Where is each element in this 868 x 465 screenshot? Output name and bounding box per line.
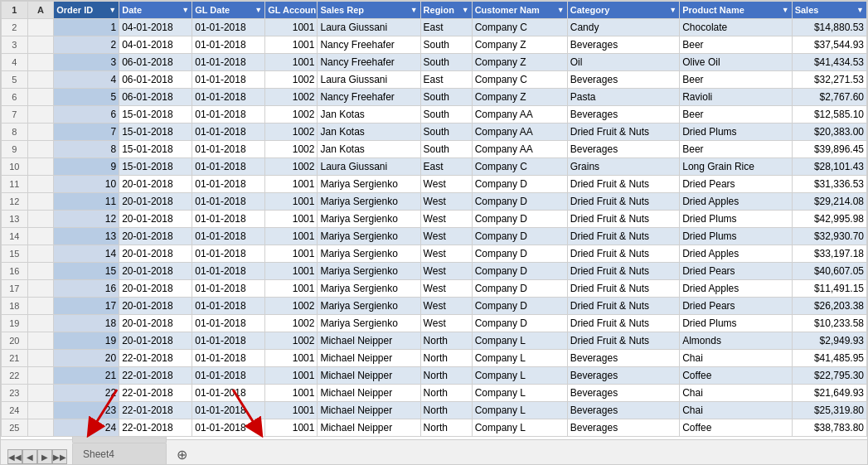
cell-h[interactable]: Company L	[472, 419, 567, 437]
cell-g[interactable]: East	[420, 158, 472, 176]
cell-b[interactable]: 23	[54, 402, 119, 419]
cell-h[interactable]: Company D	[472, 280, 567, 298]
cell-h[interactable]: Company D	[472, 245, 567, 263]
cell-b[interactable]: 21	[54, 367, 119, 385]
cell-i[interactable]: Beverages	[567, 106, 679, 124]
dropdown-arrow-icon[interactable]: ▼	[109, 2, 116, 17]
cell-e[interactable]: 1002	[265, 141, 318, 158]
cell-c[interactable]: 20-01-2018	[119, 176, 192, 193]
cell-g[interactable]: East	[420, 71, 472, 89]
cell-j[interactable]: Dried Pears	[680, 298, 792, 315]
cell-e[interactable]: 1002	[265, 332, 318, 350]
cell-j[interactable]: Almonds	[680, 332, 792, 350]
cell-i[interactable]: Beverages	[567, 402, 679, 419]
cell-f[interactable]: Mariya Sergienko	[318, 315, 420, 332]
cell-j[interactable]: Dried Plums	[680, 228, 792, 245]
cell-c[interactable]: 15-01-2018	[119, 106, 192, 124]
cell-b[interactable]: 12	[54, 211, 119, 228]
cell-e[interactable]: 1001	[265, 263, 318, 280]
cell-i[interactable]: Dried Fruit & Nuts	[567, 193, 679, 211]
cell-k[interactable]: $10,233.58	[792, 315, 866, 332]
cell-h[interactable]: Company Z	[472, 54, 567, 71]
cell-b[interactable]: 6	[54, 106, 119, 124]
cell-d[interactable]: 01-01-2018	[192, 193, 265, 211]
cell-c[interactable]: 22-01-2018	[119, 350, 192, 367]
cell-k[interactable]: $40,607.05	[792, 263, 866, 280]
cell-f[interactable]: Jan Kotas	[318, 141, 420, 158]
cell-j[interactable]: Dried Plums	[680, 124, 792, 141]
cell-h[interactable]: Company C	[472, 158, 567, 176]
dropdown-arrow-icon[interactable]: ▼	[410, 2, 418, 17]
cell-e[interactable]: 1001	[265, 228, 318, 245]
cell-c[interactable]: 22-01-2018	[119, 367, 192, 385]
cell-f[interactable]: Nancy Freehafer	[318, 54, 420, 71]
cell-j[interactable]: Dried Apples	[680, 193, 792, 211]
dropdown-arrow-icon[interactable]: ▼	[782, 2, 789, 17]
sheet-tab-4[interactable]: Sheet4	[72, 443, 167, 464]
cell-h[interactable]: Company AA	[472, 106, 567, 124]
tab-navigation[interactable]: ◀◀ ◀ ▶ ▶▶	[7, 449, 67, 464]
col-header-gl-date[interactable]: GL Date▼	[192, 2, 265, 19]
cell-c[interactable]: 20-01-2018	[119, 332, 192, 350]
cell-k[interactable]: $41,434.53	[792, 54, 866, 71]
cell-e[interactable]: 1001	[265, 402, 318, 419]
cell-f[interactable]: Michael Neipper	[318, 385, 420, 402]
cell-f[interactable]: Michael Neipper	[318, 402, 420, 419]
cell-g[interactable]: West	[420, 298, 472, 315]
cell-j[interactable]: Beer	[680, 141, 792, 158]
cell-g[interactable]: West	[420, 176, 472, 193]
cell-j[interactable]: Coffee	[680, 419, 792, 437]
cell-d[interactable]: 01-01-2018	[192, 263, 265, 280]
cell-d[interactable]: 01-01-2018	[192, 280, 265, 298]
cell-c[interactable]: 20-01-2018	[119, 298, 192, 315]
cell-j[interactable]: Olive Oil	[680, 54, 792, 71]
cell-f[interactable]: Mariya Sergienko	[318, 176, 420, 193]
cell-e[interactable]: 1001	[265, 280, 318, 298]
cell-k[interactable]: $12,585.10	[792, 106, 866, 124]
tab-nav-last[interactable]: ▶▶	[52, 449, 67, 464]
cell-c[interactable]: 20-01-2018	[119, 280, 192, 298]
cell-h[interactable]: Company D	[472, 315, 567, 332]
cell-d[interactable]: 01-01-2018	[192, 228, 265, 245]
cell-e[interactable]: 1002	[265, 106, 318, 124]
cell-c[interactable]: 20-01-2018	[119, 263, 192, 280]
cell-c[interactable]: 20-01-2018	[119, 245, 192, 263]
cell-f[interactable]: Nancy Freehafer	[318, 36, 420, 54]
cell-h[interactable]: Company D	[472, 263, 567, 280]
cell-g[interactable]: East	[420, 19, 472, 36]
cell-e[interactable]: 1002	[265, 124, 318, 141]
cell-e[interactable]: 1001	[265, 36, 318, 54]
cell-e[interactable]: 1002	[265, 89, 318, 106]
cell-f[interactable]: Jan Kotas	[318, 106, 420, 124]
cell-g[interactable]: South	[420, 89, 472, 106]
cell-d[interactable]: 01-01-2018	[192, 54, 265, 71]
cell-i[interactable]: Dried Fruit & Nuts	[567, 298, 679, 315]
cell-i[interactable]: Dried Fruit & Nuts	[567, 124, 679, 141]
cell-g[interactable]: South	[420, 36, 472, 54]
cell-b[interactable]: 7	[54, 124, 119, 141]
cell-h[interactable]: Company L	[472, 385, 567, 402]
cell-j[interactable]: Chocolate	[680, 19, 792, 36]
cell-k[interactable]: $22,795.30	[792, 367, 866, 385]
cell-b[interactable]: 1	[54, 19, 119, 36]
cell-d[interactable]: 01-01-2018	[192, 89, 265, 106]
cell-f[interactable]: Mariya Sergienko	[318, 193, 420, 211]
cell-c[interactable]: 15-01-2018	[119, 124, 192, 141]
cell-i[interactable]: Beverages	[567, 71, 679, 89]
cell-g[interactable]: West	[420, 280, 472, 298]
cell-e[interactable]: 1001	[265, 193, 318, 211]
cell-h[interactable]: Company C	[472, 19, 567, 36]
cell-c[interactable]: 06-01-2018	[119, 89, 192, 106]
cell-k[interactable]: $38,783.80	[792, 419, 866, 437]
col-header-customer-nam[interactable]: Customer Nam▼	[472, 2, 567, 19]
cell-e[interactable]: 1001	[265, 19, 318, 36]
cell-f[interactable]: Michael Neipper	[318, 419, 420, 437]
tab-nav-next[interactable]: ▶	[37, 449, 52, 464]
cell-g[interactable]: West	[420, 211, 472, 228]
cell-i[interactable]: Dried Fruit & Nuts	[567, 332, 679, 350]
dropdown-arrow-icon[interactable]: ▼	[255, 2, 262, 17]
cell-b[interactable]: 2	[54, 36, 119, 54]
dropdown-arrow-icon[interactable]: ▼	[669, 2, 676, 17]
cell-b[interactable]: 5	[54, 89, 119, 106]
cell-j[interactable]: Chai	[680, 350, 792, 367]
